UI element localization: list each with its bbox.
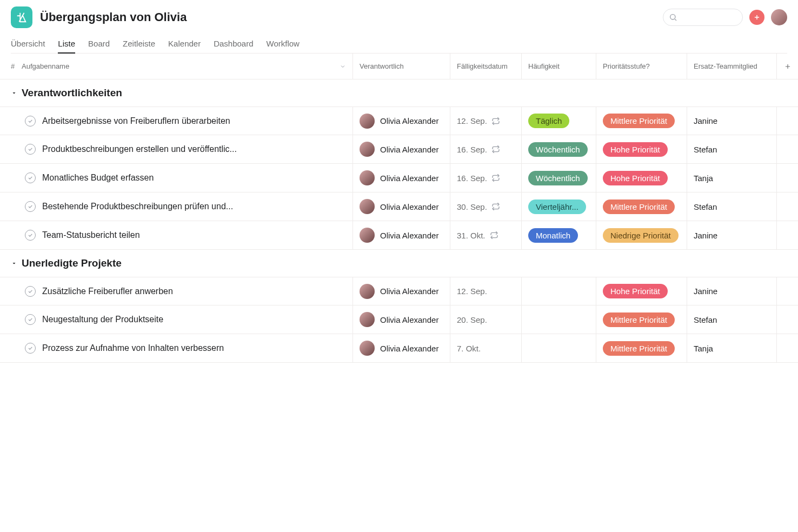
- assignee-name: Olivia Alexander: [380, 145, 438, 154]
- section-title: Verantwortlichkeiten: [22, 87, 122, 99]
- assignee-cell[interactable]: Olivia Alexander: [360, 114, 438, 129]
- column-due[interactable]: Fälligkeitsdatum: [450, 54, 521, 79]
- column-frequency[interactable]: Häufigkeit: [521, 54, 596, 79]
- due-date-cell[interactable]: 12. Sep.: [457, 116, 500, 125]
- assignee-cell[interactable]: Olivia Alexander: [360, 228, 438, 243]
- frequency-cell[interactable]: Vierteljähr...: [521, 192, 596, 221]
- priority-cell[interactable]: Niedrige Priorität: [596, 221, 687, 249]
- frequency-cell[interactable]: [521, 305, 596, 334]
- priority-cell[interactable]: Hohe Priorität: [596, 135, 687, 163]
- frequency-cell[interactable]: Wöchentlich: [521, 164, 596, 192]
- priority-cell[interactable]: Mittlere Priorität: [596, 107, 687, 135]
- assignee-avatar: [360, 284, 375, 299]
- complete-checkbox[interactable]: [25, 286, 36, 297]
- view-tabs: Übersicht Liste Board Zeitleiste Kalende…: [11, 35, 787, 54]
- chevron-down-icon[interactable]: [340, 63, 346, 70]
- add-button[interactable]: [749, 10, 764, 25]
- due-date-cell[interactable]: 30. Sep.: [457, 202, 500, 211]
- due-date-cell[interactable]: 31. Okt.: [457, 231, 498, 240]
- frequency-pill: Wöchentlich: [528, 171, 588, 185]
- assignee-cell[interactable]: Olivia Alexander: [360, 284, 438, 299]
- complete-checkbox[interactable]: [25, 116, 36, 127]
- priority-pill: Hohe Priorität: [603, 284, 668, 298]
- assignee-cell[interactable]: Olivia Alexander: [360, 312, 438, 327]
- frequency-cell[interactable]: [521, 277, 596, 305]
- tab-timeline[interactable]: Zeitleiste: [123, 35, 155, 53]
- table-row[interactable]: Team-Statusbericht teilenOlivia Alexande…: [0, 221, 798, 250]
- section-header[interactable]: Verantwortlichkeiten: [0, 79, 798, 107]
- frequency-cell[interactable]: Monatlich: [521, 221, 596, 249]
- priority-pill: Mittlere Priorität: [603, 312, 675, 327]
- column-assignee[interactable]: Verantwortlich: [353, 54, 450, 79]
- priority-pill: Mittlere Priorität: [603, 341, 675, 356]
- priority-pill: Mittlere Priorität: [603, 200, 675, 214]
- due-date: 16. Sep.: [457, 145, 487, 154]
- complete-checkbox[interactable]: [25, 343, 36, 354]
- frequency-cell[interactable]: [521, 334, 596, 362]
- due-date-cell[interactable]: 7. Okt.: [457, 344, 481, 353]
- backup-cell[interactable]: Tanja: [687, 164, 776, 192]
- tab-dashboard[interactable]: Dashboard: [214, 35, 253, 53]
- assignee-cell[interactable]: Olivia Alexander: [360, 341, 438, 356]
- recurring-icon: [491, 145, 500, 154]
- backup-cell[interactable]: Janine: [687, 221, 776, 249]
- priority-cell[interactable]: Mittlere Priorität: [596, 305, 687, 334]
- complete-checkbox[interactable]: [25, 144, 36, 155]
- backup-cell[interactable]: Stefan: [687, 135, 776, 163]
- assignee-name: Olivia Alexander: [380, 287, 438, 296]
- column-name-label: Aufgabenname: [22, 62, 69, 70]
- complete-checkbox[interactable]: [25, 314, 36, 325]
- priority-cell[interactable]: Hohe Priorität: [596, 277, 687, 305]
- frequency-cell[interactable]: Wöchentlich: [521, 135, 596, 163]
- table-row[interactable]: Bestehende Produktbeschreibungen prüfen …: [0, 192, 798, 221]
- backup-cell[interactable]: Stefan: [687, 192, 776, 221]
- search-input[interactable]: [663, 9, 743, 26]
- task-name: Arbeitsergebnisse von Freiberuflern über…: [42, 116, 230, 126]
- column-backup[interactable]: Ersatz-Teammitglied: [687, 54, 776, 79]
- backup-cell[interactable]: Stefan: [687, 305, 776, 334]
- priority-cell[interactable]: Hohe Priorität: [596, 164, 687, 192]
- frequency-pill: Vierteljähr...: [528, 200, 586, 214]
- tab-list[interactable]: Liste: [58, 35, 75, 54]
- table-row[interactable]: Zusätzliche Freiberufler anwerbenOlivia …: [0, 277, 798, 305]
- due-date-cell[interactable]: 16. Sep.: [457, 145, 500, 154]
- priority-cell[interactable]: Mittlere Priorität: [596, 334, 687, 362]
- complete-checkbox[interactable]: [25, 172, 36, 183]
- priority-cell[interactable]: Mittlere Priorität: [596, 192, 687, 221]
- due-date-cell[interactable]: 12. Sep.: [457, 287, 487, 296]
- task-name: Zusätzliche Freiberufler anwerben: [42, 287, 173, 296]
- due-date-cell[interactable]: 20. Sep.: [457, 315, 487, 324]
- backup-cell[interactable]: Janine: [687, 107, 776, 135]
- table-row[interactable]: Arbeitsergebnisse von Freiberuflern über…: [0, 107, 798, 135]
- task-name: Produktbeschreibungen erstellen und verö…: [42, 144, 237, 154]
- table-row[interactable]: Monatliches Budget erfassenOlivia Alexan…: [0, 164, 798, 192]
- add-column-button[interactable]: [776, 54, 798, 79]
- table-row[interactable]: Produktbeschreibungen erstellen und verö…: [0, 135, 798, 164]
- complete-checkbox[interactable]: [25, 230, 36, 241]
- tab-workflow[interactable]: Workflow: [267, 35, 300, 53]
- column-priority[interactable]: Prioritätsstufe?: [596, 54, 687, 79]
- column-number[interactable]: #: [11, 54, 22, 79]
- tab-board[interactable]: Board: [88, 35, 110, 53]
- assignee-cell[interactable]: Olivia Alexander: [360, 142, 438, 157]
- section-header[interactable]: Unerledigte Projekte: [0, 250, 798, 277]
- assignee-cell[interactable]: Olivia Alexander: [360, 170, 438, 185]
- due-date-cell[interactable]: 16. Sep.: [457, 174, 500, 183]
- assignee-cell[interactable]: Olivia Alexander: [360, 199, 438, 214]
- assignee-avatar: [360, 199, 375, 214]
- svg-point-0: [670, 15, 675, 19]
- tab-calendar[interactable]: Kalender: [168, 35, 201, 53]
- recurring-icon: [491, 117, 500, 125]
- tab-overview[interactable]: Übersicht: [11, 35, 45, 53]
- user-avatar[interactable]: [771, 9, 787, 25]
- project-icon[interactable]: [11, 6, 32, 28]
- table-row[interactable]: Neugestaltung der ProduktseiteOlivia Ale…: [0, 305, 798, 334]
- backup-cell[interactable]: Janine: [687, 277, 776, 305]
- backup-cell[interactable]: Tanja: [687, 334, 776, 362]
- complete-checkbox[interactable]: [25, 201, 36, 212]
- due-date: 7. Okt.: [457, 344, 481, 353]
- plus-icon: [753, 14, 761, 21]
- column-name[interactable]: Aufgabenname: [22, 54, 353, 79]
- frequency-cell[interactable]: Täglich: [521, 107, 596, 135]
- table-row[interactable]: Prozess zur Aufnahme von Inhalten verbes…: [0, 334, 798, 363]
